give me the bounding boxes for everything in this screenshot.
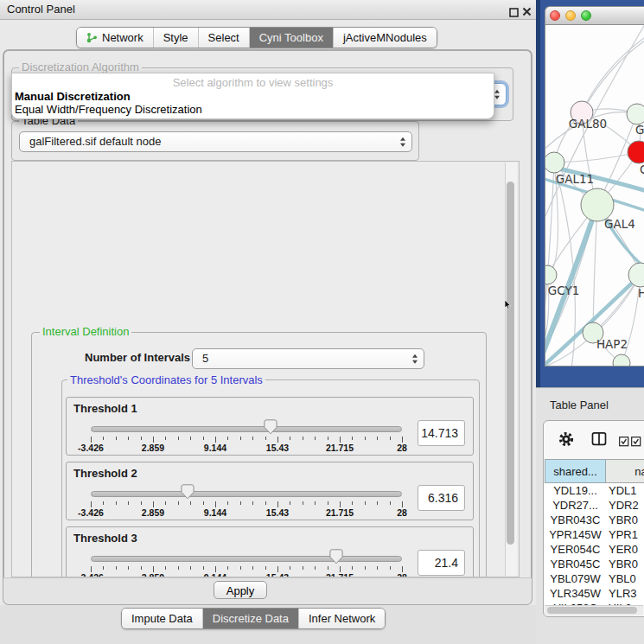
table-row[interactable]: YBR043CYBR0 [545,513,644,527]
control-panel-titlebar: Control Panel [0,0,536,20]
slider-tick [352,501,353,505]
slider-tick [377,566,378,570]
threshold-slider-thumb[interactable] [329,549,343,568]
float-window-icon[interactable] [509,5,519,21]
network-node-label: GA [635,123,644,137]
popup-option-manual-discretization[interactable]: Manual Discretization [12,90,494,103]
tab-label: Network [102,28,143,48]
slider-tick [165,566,166,570]
threshold-label: Threshold 3 [73,532,137,545]
tab-style[interactable]: Style [153,28,198,48]
threshold-slider-track[interactable] [91,491,402,497]
window-zoom-traffic-light[interactable] [581,10,591,21]
cell-name: YBL0 [609,571,636,586]
network-edge[interactable] [582,41,644,112]
slider-tick [365,566,366,570]
threshold-label: Threshold 1 [73,402,137,415]
slider-tick [128,501,129,505]
slider-tick [328,566,328,570]
column-header-name[interactable]: name [606,459,644,483]
cyni-mode-tabs: Impute DataDiscretize DataInfer Network [121,608,386,629]
slider-tick [340,501,341,507]
number-of-intervals-combobox[interactable]: 5 [192,348,424,369]
network-node-gal11[interactable] [545,152,564,173]
slider-tick [277,437,278,443]
slider-tick-label: 9.144 [204,443,226,453]
network-edge[interactable] [554,163,576,367]
slider-tick [178,437,179,440]
threshold-slider-thumb[interactable] [181,484,194,503]
slider-tick [141,566,142,570]
tab-label: Infer Network [309,609,375,628]
network-edge[interactable] [554,152,639,163]
table-data-combobox-value: galFiltered.sif default node [29,132,161,151]
split-panel-icon[interactable] [591,431,607,450]
threshold-value-field[interactable]: 21.4 [418,550,465,576]
network-node-ga[interactable] [627,104,644,124]
network-node-gcy1[interactable] [545,265,557,284]
popup-option-equal-width-frequency-discretization[interactable]: Equal Width/Frequency Discretization [12,103,494,116]
slider-tick-label: 21.715 [326,443,354,453]
table-row[interactable]: YPR145WYPR1 [545,527,644,542]
slider-tick [240,501,241,505]
slider-tick [215,501,216,507]
slider-tick [340,566,341,572]
column-header-shared-name[interactable]: shared... [545,459,606,483]
window-close-traffic-light[interactable] [550,10,560,21]
network-node[interactable] [613,354,630,367]
threshold-slider-track[interactable] [91,426,402,432]
threshold-slider-thumb[interactable] [264,419,277,438]
column-checkbox-icons[interactable] [619,435,641,450]
tab-jactivemnodules[interactable]: jActiveMNodules [333,28,437,48]
slider-tick [116,437,117,440]
window-minimize-traffic-light[interactable] [565,10,576,21]
cell-name: YDR2 [609,498,639,513]
tab-discretize-data[interactable]: Discretize Data [202,609,298,628]
table-row[interactable]: YBL079WYBL0 [545,571,644,586]
tab-network[interactable]: Network [77,28,153,48]
cell-shared-name: YDL19... [545,483,606,498]
slider-tick-label: 28 [397,443,407,453]
tab-infer-network[interactable]: Infer Network [298,609,385,628]
slider-tick [252,437,253,440]
gear-icon[interactable] [558,430,575,451]
apply-button[interactable]: Apply [214,581,267,599]
threshold-value-field[interactable]: 6.316 [418,485,465,511]
slider-tick [390,501,391,505]
threshold-value-field[interactable]: 14.713 [418,420,465,446]
table-row[interactable]: YDL19...YDL1 [545,483,644,498]
cell-shared-name: YDR27... [545,498,606,513]
network-view-canvas[interactable]: GAL80GACGAL11GAL4GCY1HHAP2 [545,25,644,367]
threshold-slider-track[interactable] [91,556,402,562]
slider-tick-label: -3.426 [78,443,104,453]
tab-cyni-toolbox[interactable]: Cyni Toolbox [249,28,333,48]
slider-tick [165,437,166,440]
algorithm-dropdown-popup: Select algorithm to view settings Manual… [11,73,494,119]
tab-select[interactable]: Select [198,28,249,48]
table-horizontal-scrollbar-thumb[interactable] [547,607,637,614]
tab-label: Discretize Data [213,609,289,628]
slider-tick [265,437,266,440]
slider-tick-label: 28 [397,507,407,518]
network-edge[interactable] [582,35,644,112]
table-data-combobox[interactable]: galFiltered.sif default node [19,131,412,152]
network-edge[interactable] [593,205,597,333]
cell-shared-name: YLR345W [545,586,606,601]
tab-label: Style [163,28,188,48]
slider-tick-label: 9.144 [204,507,226,518]
slider-tick [178,566,179,570]
table-row[interactable]: YDR27...YDR2 [545,498,644,513]
tab-impute-data[interactable]: Impute Data [122,609,202,628]
network-panel-left-edge [536,0,540,387]
table-row[interactable]: YLR345WYLR3 [545,586,644,601]
slider-tick [141,501,142,505]
slider-tick [315,566,316,570]
cell-shared-name: YBR045C [545,557,606,571]
control-panel-title: Control Panel [7,0,75,19]
close-icon[interactable] [522,4,532,20]
table-row[interactable]: YER054CYER0 [545,542,644,557]
panel-vertical-scrollbar-thumb[interactable] [507,182,514,545]
table-row[interactable]: YBR045CYBR0 [545,557,644,571]
slider-tick [190,501,191,505]
combo-spinner-icon [400,137,405,147]
